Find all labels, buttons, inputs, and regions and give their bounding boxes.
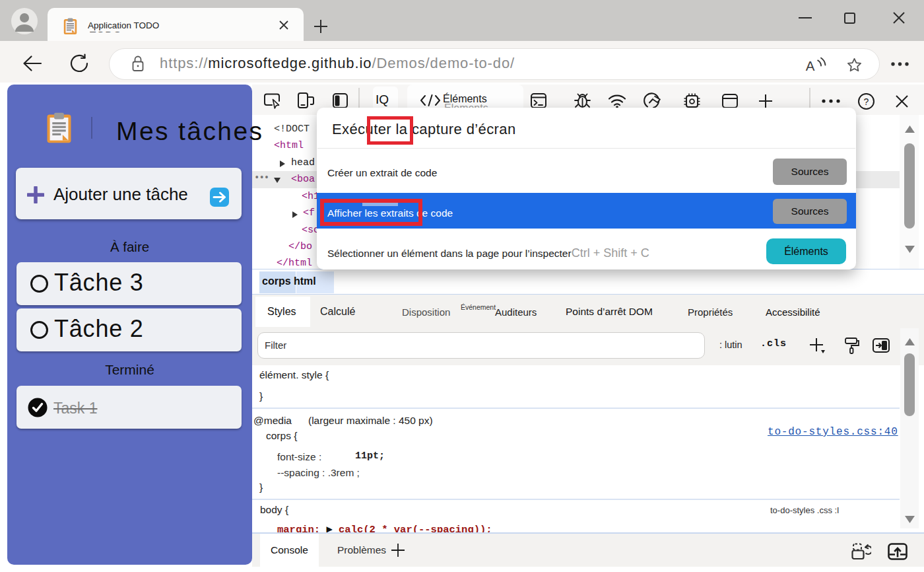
svg-text:A: A (806, 58, 815, 73)
svg-text:?: ? (864, 96, 869, 107)
